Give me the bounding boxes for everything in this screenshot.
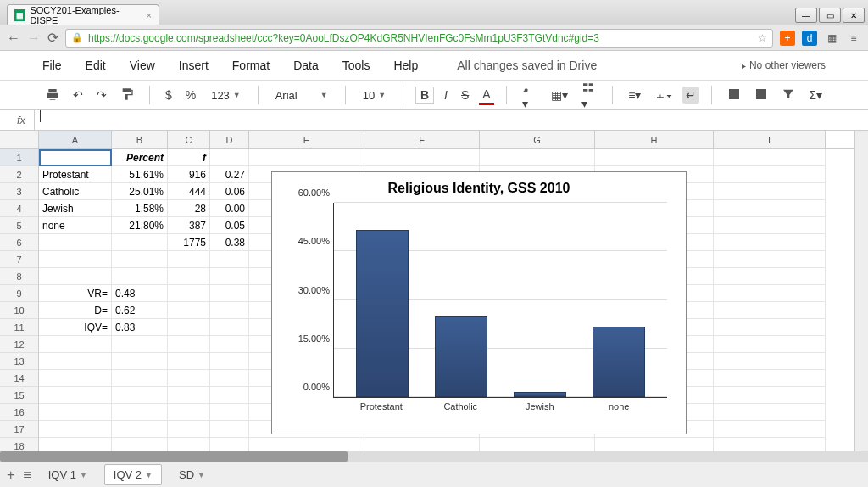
cell-A9[interactable]: VR= xyxy=(39,285,112,302)
cell-D4[interactable]: 0.00 xyxy=(210,200,249,217)
cell-B2[interactable]: 51.61% xyxy=(112,166,168,183)
cell-D14[interactable] xyxy=(210,370,249,387)
filter-icon[interactable] xyxy=(778,86,798,105)
menu-view[interactable]: View xyxy=(130,59,155,72)
text-color-button[interactable]: A xyxy=(479,86,493,105)
cell-D5[interactable]: 0.05 xyxy=(210,217,249,234)
cell-B18[interactable] xyxy=(112,438,168,451)
cell-B5[interactable]: 21.80% xyxy=(112,217,168,234)
cell-B4[interactable]: 1.58% xyxy=(112,200,168,217)
menu-data[interactable]: Data xyxy=(293,59,319,72)
viewers-indicator[interactable]: ▸ No other viewers xyxy=(742,59,826,71)
cell-C7[interactable] xyxy=(168,251,210,268)
cell-D16[interactable] xyxy=(210,404,249,421)
forward-icon[interactable]: → xyxy=(27,31,41,46)
cell-I3[interactable] xyxy=(714,183,826,200)
row-header-3[interactable]: 3 xyxy=(0,183,38,200)
row-header-7[interactable]: 7 xyxy=(0,251,38,268)
cell-I7[interactable] xyxy=(714,251,826,268)
bookmark-icon[interactable]: ☆ xyxy=(758,32,767,44)
format-percent[interactable]: % xyxy=(182,87,199,104)
cell-A12[interactable] xyxy=(39,336,112,353)
sheet-tab-sd[interactable]: SD▼ xyxy=(170,465,214,484)
cell-B6[interactable] xyxy=(112,234,168,251)
paint-format-icon[interactable] xyxy=(117,86,137,105)
cell-A5[interactable]: none xyxy=(39,217,112,234)
reload-icon[interactable]: ⟳ xyxy=(47,30,58,46)
cell-D11[interactable] xyxy=(210,319,249,336)
cell-C2[interactable]: 916 xyxy=(168,166,210,183)
cell-C4[interactable]: 28 xyxy=(168,200,210,217)
print-icon[interactable] xyxy=(42,86,63,105)
row-header-14[interactable]: 14 xyxy=(0,370,38,387)
cell-C6[interactable]: 1775 xyxy=(168,234,210,251)
cell-D10[interactable] xyxy=(210,302,249,319)
ext-icon-3[interactable]: ▦ xyxy=(824,31,839,46)
col-header-I[interactable]: I xyxy=(714,131,826,148)
menu-tools[interactable]: Tools xyxy=(342,59,370,72)
row-header-1[interactable]: 1 xyxy=(0,149,38,166)
cell-D6[interactable]: 0.38 xyxy=(210,234,249,251)
cell-A17[interactable] xyxy=(39,421,112,438)
row-header-10[interactable]: 10 xyxy=(0,302,38,319)
cell-G1[interactable] xyxy=(480,149,595,166)
cell-A13[interactable] xyxy=(39,353,112,370)
cell-I12[interactable] xyxy=(714,336,826,353)
insert-chart-icon[interactable] xyxy=(724,86,744,105)
col-header-F[interactable]: F xyxy=(364,131,480,148)
cell-C16[interactable] xyxy=(168,404,210,421)
formula-input[interactable] xyxy=(34,110,868,130)
cell-D3[interactable]: 0.06 xyxy=(210,183,249,200)
cell-D13[interactable] xyxy=(210,353,249,370)
cell-A14[interactable] xyxy=(39,370,112,387)
font-size-select[interactable]: 10▼ xyxy=(358,87,391,104)
row-header-15[interactable]: 15 xyxy=(0,387,38,404)
cell-C18[interactable] xyxy=(168,438,210,451)
cell-D2[interactable]: 0.27 xyxy=(210,166,249,183)
cell-C5[interactable]: 387 xyxy=(168,217,210,234)
cell-B16[interactable] xyxy=(112,404,168,421)
italic-button[interactable]: I xyxy=(441,87,451,104)
close-button[interactable]: ✕ xyxy=(843,8,865,23)
cell-C3[interactable]: 444 xyxy=(168,183,210,200)
row-header-6[interactable]: 6 xyxy=(0,234,38,251)
menu-help[interactable]: Help xyxy=(393,59,418,72)
cell-C15[interactable] xyxy=(168,387,210,404)
merge-button[interactable]: ▾ xyxy=(578,79,600,112)
row-header-5[interactable]: 5 xyxy=(0,217,38,234)
col-header-E[interactable]: E xyxy=(249,131,364,148)
cell-A8[interactable] xyxy=(39,268,112,285)
cell-C14[interactable] xyxy=(168,370,210,387)
cell-H1[interactable] xyxy=(595,149,714,166)
cell-D18[interactable] xyxy=(210,438,249,451)
cell-B7[interactable] xyxy=(112,251,168,268)
back-icon[interactable]: ← xyxy=(7,31,20,46)
cell-C13[interactable] xyxy=(168,353,210,370)
undo-icon[interactable]: ↶ xyxy=(70,87,86,104)
cell-I4[interactable] xyxy=(714,200,826,217)
row-header-11[interactable]: 11 xyxy=(0,319,38,336)
cell-D12[interactable] xyxy=(210,336,249,353)
col-header-G[interactable]: G xyxy=(480,131,595,148)
cell-B9[interactable]: 0.48 xyxy=(112,285,168,302)
cell-I1[interactable] xyxy=(714,149,826,166)
format-currency[interactable]: $ xyxy=(162,87,175,104)
cell-A18[interactable] xyxy=(39,438,112,451)
row-header-2[interactable]: 2 xyxy=(0,166,38,183)
cell-A15[interactable] xyxy=(39,387,112,404)
minimize-button[interactable]: — xyxy=(795,8,817,23)
cell-B11[interactable]: 0.83 xyxy=(112,319,168,336)
col-header-H[interactable]: H xyxy=(595,131,714,148)
col-header-A[interactable]: A xyxy=(39,131,112,148)
cell-I5[interactable] xyxy=(714,217,826,234)
font-select[interactable]: Arial▼ xyxy=(270,87,333,104)
cell-I10[interactable] xyxy=(714,302,826,319)
fill-color-button[interactable]: ▾ xyxy=(519,79,541,112)
cell-C10[interactable] xyxy=(168,302,210,319)
chrome-menu-icon[interactable]: ≡ xyxy=(846,31,861,46)
cell-E1[interactable] xyxy=(249,149,364,166)
menu-file[interactable]: File xyxy=(42,59,62,72)
cell-D15[interactable] xyxy=(210,387,249,404)
borders-button[interactable]: ▦▾ xyxy=(548,87,571,104)
cell-D17[interactable] xyxy=(210,421,249,438)
